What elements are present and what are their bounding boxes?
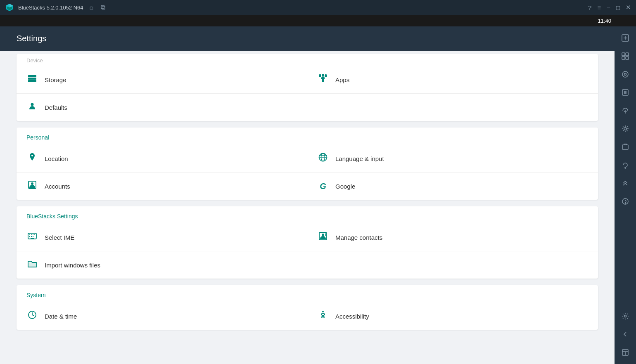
import-windows-icon	[26, 259, 38, 271]
import-windows-item[interactable]: Import windows files	[17, 251, 307, 279]
svg-point-36	[322, 311, 324, 312]
right-sidebar	[615, 26, 636, 364]
storage-item[interactable]: Storage	[17, 66, 307, 94]
svg-point-19	[31, 182, 33, 185]
sidebar-icon-11[interactable]	[617, 344, 634, 361]
accessibility-label: Accessibility	[335, 313, 369, 320]
sidebar-icon-gear[interactable]	[617, 308, 634, 324]
svg-rect-23	[33, 234, 33, 235]
svg-point-12	[31, 103, 34, 106]
svg-rect-27	[33, 236, 33, 237]
topbar: 11:40	[0, 15, 636, 26]
svg-point-51	[625, 203, 625, 203]
settings-body: Device Storage	[0, 51, 615, 345]
date-time-item[interactable]: Date & time	[17, 303, 307, 330]
titlebar-right: ? ≡ − □ ✕	[588, 4, 631, 11]
sidebar-icon-9[interactable]	[617, 175, 634, 191]
topbar-time: 11:40	[598, 18, 611, 24]
device-partial-label: Device	[17, 54, 598, 66]
accounts-item[interactable]: Accounts	[17, 173, 307, 200]
import-windows-label: Import windows files	[45, 262, 100, 269]
sidebar-icon-1[interactable]	[617, 30, 634, 46]
location-item[interactable]: Location	[17, 145, 307, 173]
svg-rect-40	[622, 53, 625, 56]
svg-rect-9	[322, 79, 324, 82]
svg-point-45	[624, 73, 627, 76]
defaults-label: Defaults	[45, 104, 67, 111]
accessibility-icon	[317, 310, 329, 322]
sidebar-icon-7[interactable]	[617, 139, 634, 155]
bluestacks-section-card: BlueStacks Settings	[17, 206, 598, 279]
bluestacks-logo	[5, 3, 14, 12]
language-icon	[317, 152, 329, 165]
settings-header: Settings	[0, 26, 615, 51]
manage-contacts-icon	[317, 231, 329, 243]
accounts-icon	[26, 180, 38, 192]
date-time-label: Date & time	[45, 313, 77, 320]
language-label: Language & input	[335, 155, 384, 162]
svg-rect-4	[28, 75, 36, 77]
google-label: Google	[335, 183, 355, 190]
svg-rect-21	[29, 234, 30, 235]
sidebar-icon-6[interactable]	[617, 121, 634, 137]
language-item[interactable]: Language & input	[307, 145, 598, 173]
svg-rect-24	[34, 234, 35, 235]
app-title: BlueStacks 5.2.0.1052 N64	[18, 5, 83, 11]
sidebar-icon-8[interactable]	[617, 157, 634, 173]
svg-rect-25	[29, 236, 30, 237]
sidebar-icon-2[interactable]	[617, 48, 634, 64]
svg-rect-43	[626, 57, 629, 59]
svg-rect-42	[622, 57, 625, 59]
manage-contacts-item[interactable]: Manage contacts	[307, 224, 598, 251]
home-nav-btn[interactable]: ⌂	[88, 3, 96, 12]
google-item[interactable]: G Google	[307, 173, 598, 200]
select-ime-label: Select IME	[45, 234, 75, 241]
svg-point-44	[622, 71, 628, 77]
apps-label: Apps	[335, 76, 349, 83]
sidebar-icon-4[interactable]	[617, 84, 634, 101]
defaults-item[interactable]: Defaults	[17, 94, 307, 121]
personal-section-label: Personal	[17, 128, 598, 145]
multi-instance-btn[interactable]: ⧉	[99, 3, 107, 12]
menu-btn[interactable]: ≡	[597, 4, 601, 11]
svg-rect-34	[28, 262, 36, 267]
select-ime-icon	[26, 231, 38, 243]
sidebar-icon-10[interactable]	[617, 193, 634, 210]
system-section-card: System Date & time	[17, 285, 598, 330]
svg-rect-26	[31, 236, 32, 237]
close-btn[interactable]: ✕	[626, 4, 631, 11]
storage-label: Storage	[45, 76, 66, 83]
date-time-icon	[26, 310, 38, 322]
svg-rect-28	[31, 238, 34, 239]
sidebar-icon-back[interactable]	[617, 326, 634, 343]
device-grid: Storage	[17, 66, 598, 121]
nav-buttons: ⌂ ⧉	[88, 3, 108, 12]
accessibility-item[interactable]: Accessibility	[307, 303, 598, 330]
minimize-btn[interactable]: −	[607, 4, 610, 11]
defaults-icon	[26, 101, 38, 113]
svg-rect-22	[31, 234, 32, 235]
svg-point-30	[322, 234, 324, 236]
select-ime-item[interactable]: Select IME	[17, 224, 307, 251]
system-grid: Date & time Accessibility	[17, 303, 598, 330]
google-icon: G	[317, 182, 329, 191]
sidebar-icon-5[interactable]	[617, 102, 634, 119]
bluestacks-grid: Select IME	[17, 224, 598, 279]
location-label: Location	[45, 155, 68, 162]
svg-point-52	[624, 315, 627, 317]
svg-rect-5	[28, 78, 36, 80]
sidebar-icon-3[interactable]	[617, 66, 634, 83]
apps-item[interactable]: Apps	[307, 66, 598, 94]
help-btn[interactable]: ?	[588, 4, 591, 11]
bluestacks-section-label: BlueStacks Settings	[17, 206, 598, 224]
storage-icon	[26, 73, 38, 86]
personal-section-card: Personal Location	[17, 128, 598, 200]
titlebar-left: BlueStacks 5.2.0.1052 N64 ⌂ ⧉	[5, 3, 107, 12]
svg-point-48	[624, 128, 627, 130]
maximize-btn[interactable]: □	[616, 4, 620, 11]
settings-title: Settings	[17, 34, 46, 43]
device-section-card: Device Storage	[17, 54, 598, 121]
accounts-label: Accounts	[45, 183, 70, 190]
manage-contacts-label: Manage contacts	[335, 234, 382, 241]
svg-rect-41	[626, 53, 629, 56]
